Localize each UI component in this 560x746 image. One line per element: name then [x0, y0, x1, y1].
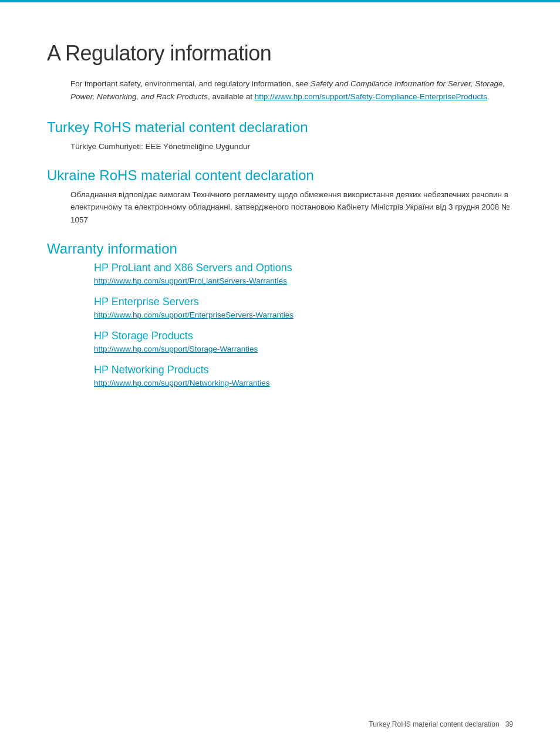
intro-text-middle: , available at	[208, 92, 255, 101]
intro-text-suffix: .	[487, 92, 490, 101]
footer: Turkey RoHS material content declaration…	[369, 720, 513, 728]
intro-text-prefix: For important safety, environmental, and…	[70, 79, 311, 88]
proliant-link[interactable]: http://www.hp.com/support/ProLiantServer…	[94, 276, 513, 285]
warranty-networking: HP Networking Products http://www.hp.com…	[47, 364, 513, 387]
top-border	[0, 0, 560, 2]
proliant-title: HP ProLiant and X86 Servers and Options	[94, 262, 513, 274]
footer-page-number: 39	[505, 720, 513, 728]
turkey-rohs-section: Turkey RoHS material content declaration…	[47, 119, 513, 153]
turkey-rohs-title: Turkey RoHS material content declaration	[47, 119, 513, 136]
networking-link[interactable]: http://www.hp.com/support/Networking-War…	[94, 379, 513, 387]
turkey-rohs-body: Türkiye Cumhuriyeti: EEE Yönetmeliğine U…	[47, 140, 513, 153]
footer-label: Turkey RoHS material content declaration	[369, 720, 499, 728]
enterprise-title: HP Enterprise Servers	[94, 296, 513, 308]
storage-link[interactable]: http://www.hp.com/support/Storage-Warran…	[94, 345, 513, 353]
warranty-section: Warranty information HP ProLiant and X86…	[47, 241, 513, 387]
networking-title: HP Networking Products	[94, 364, 513, 376]
intro-link[interactable]: http://www.hp.com/support/Safety-Complia…	[255, 92, 487, 101]
warranty-enterprise: HP Enterprise Servers http://www.hp.com/…	[47, 296, 513, 319]
warranty-title: Warranty information	[47, 241, 513, 257]
ukraine-rohs-section: Ukraine RoHS material content declaratio…	[47, 167, 513, 227]
ukraine-rohs-title: Ukraine RoHS material content declaratio…	[47, 167, 513, 184]
intro-paragraph: For important safety, environmental, and…	[47, 77, 513, 103]
warranty-storage: HP Storage Products http://www.hp.com/su…	[47, 330, 513, 353]
enterprise-link[interactable]: http://www.hp.com/support/EnterpriseServ…	[94, 310, 513, 319]
storage-title: HP Storage Products	[94, 330, 513, 342]
warranty-proliant: HP ProLiant and X86 Servers and Options …	[47, 262, 513, 285]
page-container: A Regulatory information For important s…	[0, 0, 560, 746]
page-title: A Regulatory information	[47, 41, 513, 66]
ukraine-rohs-body: Обладнання відповідає вимогам Технічного…	[47, 188, 513, 227]
